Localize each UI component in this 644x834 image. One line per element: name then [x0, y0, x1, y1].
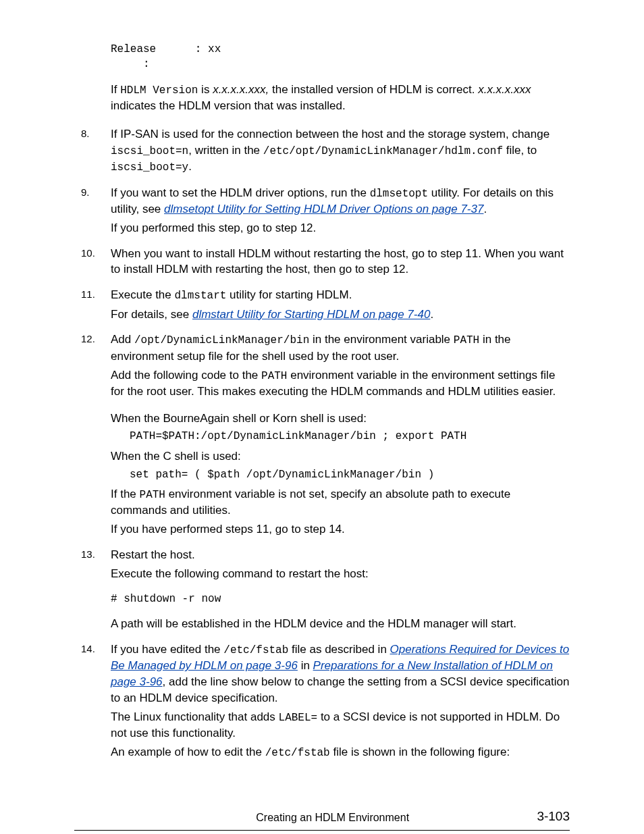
inline-code: PATH [454, 334, 479, 346]
step-text: When you want to install HDLM without re… [111, 246, 570, 278]
text: file is shown in the following figure: [330, 746, 510, 758]
text: For details, see [111, 308, 192, 321]
step-text: Restart the host. [111, 547, 570, 563]
step-number: 8. [81, 126, 90, 140]
inline-code: LABEL= [279, 712, 318, 724]
inline-code: dlmstart [175, 290, 227, 302]
step-8: 8. If IP-SAN is used for the connection … [101, 126, 570, 176]
step-number: 14. [81, 642, 95, 656]
step-11: 11. Execute the dlmstart utility for sta… [101, 287, 570, 322]
step-14: 14. If you have edited the /etc/fstab fi… [101, 642, 570, 760]
text: file as described in [288, 643, 390, 656]
italic-text: x.x.x.x.xxx, [213, 83, 269, 96]
step-text: For details, see dlmstart Utility for St… [111, 307, 570, 323]
inline-code: iscsi_boot=y [111, 161, 188, 174]
step-13: 13. Restart the host. Execute the follow… [101, 547, 570, 632]
inline-code: PATH [261, 370, 287, 382]
text: file, to [503, 144, 537, 157]
step-text: If you have performed steps 11, go to st… [111, 521, 570, 538]
text: is [198, 83, 213, 96]
step-text: A path will be established in the HDLM d… [111, 616, 570, 632]
italic-text: x.x.x.x.xxx [478, 83, 531, 96]
code-csh-path: set path= ( $path /opt/DynamicLinkManage… [130, 467, 570, 482]
text: If the [111, 488, 140, 500]
step-text: When the BourneAgain shell or Korn shell… [111, 411, 570, 427]
text: An example of how to edit the [111, 746, 265, 758]
step-number: 13. [81, 547, 95, 561]
preamble-text: If HDLM Version is x.x.x.x.xxx, the inst… [111, 82, 570, 114]
footer-top-row: Creating an HDLM Environment 3-103 [74, 808, 570, 831]
inline-code: /etc/opt/DynamicLinkManager/hdlm.conf [263, 145, 503, 157]
text: If IP-SAN is used for the connection bet… [111, 128, 549, 140]
text: the installed version of HDLM is correct… [269, 83, 478, 96]
text: Add the following code to the [111, 369, 261, 382]
step-text: If you performed this step, go to step 1… [111, 220, 570, 236]
code-shutdown: # shutdown -r now [111, 592, 570, 606]
step-text: Execute the dlmstart utility for startin… [111, 287, 570, 303]
text: If you have edited the [111, 643, 223, 656]
text: in the environment variable [309, 333, 454, 346]
step-9: 9. If you want to set the HDLM driver op… [101, 185, 570, 236]
text: environment variable is not set, specify… [111, 488, 510, 517]
step-text: Execute the following command to restart… [111, 566, 570, 582]
step-number: 9. [81, 185, 90, 199]
step-text: If you have edited the /etc/fstab file a… [111, 642, 570, 706]
preamble-block: Release : xx : If HDLM Version is x.x.x.… [101, 42, 570, 114]
step-number: 12. [81, 332, 95, 346]
step-text: Add /opt/DynamicLinkManager/bin in the e… [111, 332, 570, 364]
step-text: If you want to set the HDLM driver optio… [111, 185, 570, 217]
text: , add the line show below to change the … [111, 675, 569, 704]
step-text: An example of how to edit the /etc/fstab… [111, 744, 570, 760]
code-bash-path: PATH=$PATH:/opt/DynamicLinkManager/bin ;… [130, 429, 570, 444]
text: If [111, 83, 120, 96]
step-text: Add the following code to the PATH envir… [111, 367, 570, 400]
text: . [188, 160, 192, 173]
text: . [430, 308, 433, 321]
inline-code: /etc/fstab [223, 644, 288, 656]
text: in [298, 659, 313, 672]
inline-code: iscsi_boot=n [111, 145, 188, 157]
step-12: 12. Add /opt/DynamicLinkManager/bin in t… [101, 332, 570, 538]
text: . [483, 203, 487, 215]
page-footer: Creating an HDLM Environment 3-103 Hitac… [74, 808, 570, 834]
step-number: 10. [81, 246, 95, 260]
link-dlmstart[interactable]: dlmstart Utility for Starting HDLM on pa… [192, 308, 430, 321]
inline-code: /etc/fstab [265, 747, 330, 759]
inline-code: dlmsetopt [370, 188, 428, 200]
step-text: If IP-SAN is used for the connection bet… [111, 126, 570, 176]
inline-code: HDLM Version [120, 84, 198, 97]
text: utility for starting HDLM. [226, 288, 352, 301]
inline-code: PATH [140, 489, 165, 501]
step-text: If the PATH environment variable is not … [111, 486, 570, 519]
text: indicates the HDLM version that was inst… [111, 99, 346, 112]
step-10: 10. When you want to install HDLM withou… [101, 246, 570, 278]
step-number: 11. [81, 287, 95, 301]
step-text: When the C shell is used: [111, 448, 570, 465]
text: The Linux functionality that adds [111, 710, 279, 723]
instruction-list: Release : xx : If HDLM Version is x.x.x.… [74, 42, 570, 760]
footer-doc-title: Hitachi Dynamic Link Manager User Guide … [74, 831, 570, 834]
footer-section-title: Creating an HDLM Environment [256, 810, 409, 825]
text: If you want to set the HDLM driver optio… [111, 186, 370, 199]
link-dlmsetopt[interactable]: dlmsetopt Utility for Setting HDLM Drive… [164, 203, 483, 215]
code-release: Release : xx : [111, 42, 570, 72]
footer-page-number: 3-103 [537, 808, 570, 826]
text: , written in the [188, 144, 263, 157]
step-text: The Linux functionality that adds LABEL=… [111, 709, 570, 741]
text: Add [111, 333, 134, 346]
text: Execute the [111, 288, 175, 301]
inline-code: /opt/DynamicLinkManager/bin [134, 334, 309, 346]
